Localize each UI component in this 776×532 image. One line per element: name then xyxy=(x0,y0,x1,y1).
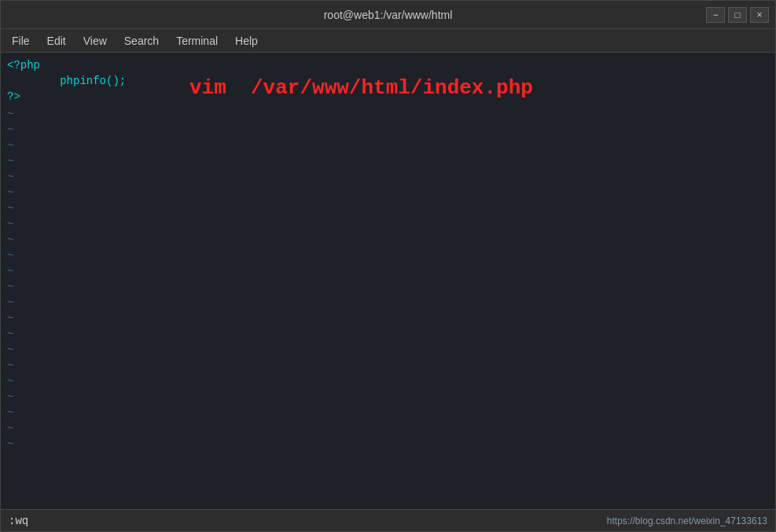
tilde-18: ~ xyxy=(7,373,769,389)
tilde-2: ~ xyxy=(7,122,769,138)
menu-search[interactable]: Search xyxy=(116,33,167,49)
tilde-5: ~ xyxy=(7,169,769,185)
code-content-3: ?> xyxy=(7,89,20,105)
tilde-lines: ~ ~ ~ ~ ~ ~ ~ ~ ~ ~ ~ ~ ~ ~ ~ ~ ~ ~ ~ ~ … xyxy=(7,106,769,452)
vim-command: :wq xyxy=(9,515,28,527)
status-url: https://blog.csdn.net/weixin_47133613 xyxy=(607,515,767,526)
tilde-17: ~ xyxy=(7,358,769,373)
code-line-1: <?php xyxy=(7,57,769,73)
tilde-11: ~ xyxy=(7,263,769,279)
tilde-16: ~ xyxy=(7,342,769,358)
tilde-7: ~ xyxy=(7,200,769,216)
status-bar: :wq https://blog.csdn.net/weixin_4713361… xyxy=(1,509,775,531)
editor-area[interactable]: <?php phpinfo(); ?> ~ ~ ~ ~ ~ ~ ~ ~ ~ ~ … xyxy=(1,53,775,509)
menu-edit[interactable]: Edit xyxy=(39,33,74,49)
overlay-command: vim /var/www/html/index.php xyxy=(189,76,533,100)
tilde-13: ~ xyxy=(7,295,769,310)
tilde-22: ~ xyxy=(7,436,769,452)
tilde-1: ~ xyxy=(7,106,769,122)
tilde-15: ~ xyxy=(7,326,769,342)
tilde-21: ~ xyxy=(7,420,769,436)
menu-bar: File Edit View Search Terminal Help xyxy=(1,29,775,53)
tilde-9: ~ xyxy=(7,232,769,248)
maximize-button[interactable]: □ xyxy=(728,7,747,23)
tilde-12: ~ xyxy=(7,279,769,295)
menu-view[interactable]: View xyxy=(75,33,115,49)
tilde-14: ~ xyxy=(7,310,769,326)
window-controls: − □ × xyxy=(706,7,769,23)
tilde-3: ~ xyxy=(7,138,769,153)
title-bar: root@web1:/var/www/html − □ × xyxy=(1,1,775,29)
tilde-10: ~ xyxy=(7,248,769,263)
terminal-window: root@web1:/var/www/html − □ × File Edit … xyxy=(0,0,776,532)
code-content-1: <?php xyxy=(7,57,40,73)
tilde-6: ~ xyxy=(7,185,769,200)
tilde-19: ~ xyxy=(7,389,769,405)
menu-file[interactable]: File xyxy=(4,33,38,49)
menu-help[interactable]: Help xyxy=(227,33,266,49)
minimize-button[interactable]: − xyxy=(706,7,725,23)
tilde-20: ~ xyxy=(7,405,769,420)
close-button[interactable]: × xyxy=(750,7,769,23)
window-title: root@web1:/var/www/html xyxy=(324,9,453,21)
code-content-2: phpinfo(); xyxy=(7,73,126,89)
tilde-4: ~ xyxy=(7,153,769,169)
tilde-8: ~ xyxy=(7,216,769,232)
menu-terminal[interactable]: Terminal xyxy=(168,33,226,49)
